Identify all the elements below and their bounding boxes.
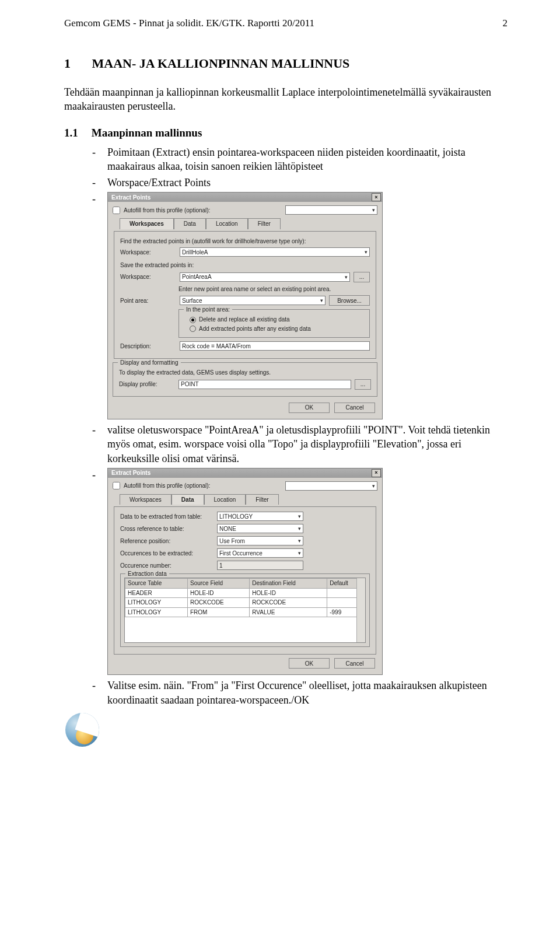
header-left: Gemcom GEMS - Pinnat ja solidit. EK/GTK.…	[64, 18, 314, 29]
radio-replace[interactable]: Delete and replace all existing data	[190, 316, 363, 324]
tab-panel-workspaces: Find the extracted points in (autofill w…	[114, 231, 376, 359]
tab-workspaces[interactable]: Workspaces	[120, 218, 174, 229]
pointarea-dropdown[interactable]: Surface	[180, 296, 326, 305]
workspace-dest-dropdown[interactable]: PointAreaA	[180, 272, 350, 282]
close-icon[interactable]: ×	[372, 193, 381, 201]
display-profile-field[interactable]: POINT	[178, 380, 351, 389]
list-item: Extract Points × Autofill from this prof…	[92, 468, 508, 676]
page-header: Gemcom GEMS - Pinnat ja solidit. EK/GTK.…	[64, 18, 508, 29]
occurrence-num-label: Occurence number:	[120, 562, 214, 570]
autofill-profile-dropdown[interactable]	[285, 205, 377, 215]
dialog-titlebar: Extract Points ×	[108, 193, 382, 202]
gtk-logo-icon	[64, 712, 100, 748]
save-note: Save the extracted points in:	[120, 261, 370, 270]
display-profile-more-button[interactable]: ...	[355, 379, 371, 390]
table-cell: RVALUE	[250, 607, 327, 617]
table-cell: FROM	[187, 607, 249, 617]
tab-data[interactable]: Data	[172, 494, 204, 505]
tab-location[interactable]: Location	[204, 494, 246, 505]
display-note: To display the extracted data, GEMS uses…	[119, 369, 371, 377]
list-item: Poimitaan (Extract) ensin pointarea-work…	[92, 145, 508, 174]
table-cell: HOLE-ID	[250, 588, 327, 598]
tab-filter[interactable]: Filter	[246, 494, 278, 505]
browse-button[interactable]: Browse...	[329, 295, 370, 306]
xref-label: Cross reference to table:	[120, 525, 214, 533]
table-cell: HEADER	[125, 588, 188, 598]
occurrences-label: Occurences to be extracted:	[120, 550, 214, 558]
list-item: Worspace/Extract Points	[92, 176, 508, 190]
tab-panel-data: Data to be extracted from table: LITHOLO…	[114, 506, 376, 655]
ok-button[interactable]: OK	[289, 403, 330, 413]
list-item: Extract Points × Autofill from this prof…	[92, 192, 508, 419]
workspace-source-dropdown[interactable]: DrillHoleA	[180, 247, 370, 257]
tab-workspaces[interactable]: Workspaces	[120, 494, 172, 505]
dialog-title: Extract Points	[111, 194, 150, 202]
section-heading: 1 MAAN- JA KALLIONPINNAN MALLINNUS	[64, 56, 508, 71]
dialog-tabs: Workspaces Data Location Filter	[120, 218, 377, 229]
list-item: valitse oletusworspace "PointAreaA" ja o…	[92, 423, 508, 466]
xref-dropdown[interactable]: NONE	[217, 524, 303, 533]
extraction-group-label: Extraction data	[125, 570, 169, 578]
table-cell: HOLE-ID	[187, 588, 249, 598]
table-cell: LITHOLOGY	[125, 598, 188, 608]
scrollbar[interactable]	[356, 578, 365, 642]
workspace-label: Workspace:	[120, 273, 176, 281]
table-cell: ROCKCODE	[187, 598, 249, 608]
autofill-profile-dropdown[interactable]	[285, 481, 377, 491]
col-source-table: Source Table	[125, 579, 188, 589]
autofill-checkbox[interactable]	[113, 207, 120, 214]
description-label: Description:	[120, 342, 176, 351]
section-title-text: MAAN- JA KALLIONPINNAN MALLINNUS	[92, 56, 350, 71]
autofill-checkbox[interactable]	[113, 482, 120, 489]
occurrences-dropdown[interactable]: First Occurrence	[217, 548, 303, 558]
bullet-list-1: Poimitaan (Extract) ensin pointarea-work…	[92, 145, 508, 707]
subsection-number: 1.1	[64, 127, 89, 139]
radio-label: Delete and replace all existing data	[199, 316, 290, 324]
section-number: 1	[64, 56, 89, 71]
close-icon[interactable]: ×	[372, 469, 381, 477]
subsection-title: Maanpinnan mallinnus	[92, 127, 202, 139]
data-table-dropdown[interactable]: LITHOLOGY	[217, 512, 303, 521]
col-dest-field: Destination Field	[250, 579, 327, 589]
display-profile-label: Display profile:	[119, 380, 175, 389]
find-note: Find the extracted points in (autofill w…	[120, 237, 370, 246]
dialog-titlebar: Extract Points ×	[108, 468, 382, 478]
ok-button[interactable]: OK	[289, 658, 330, 669]
page-number: 2	[503, 18, 508, 29]
table-row[interactable]: LITHOLOGYFROMRVALUE-999	[125, 607, 365, 617]
extract-points-dialog-1: Extract Points × Autofill from this prof…	[107, 192, 383, 419]
refpos-label: Reference position:	[120, 537, 214, 545]
col-source-field: Source Field	[187, 579, 249, 589]
list-item: Valitse esim. näin. "From" ja "First Occ…	[92, 678, 508, 707]
tab-data[interactable]: Data	[174, 218, 206, 229]
pointarea-group-label: In the point area:	[184, 306, 232, 314]
cancel-button[interactable]: Cancel	[334, 403, 375, 413]
autofill-label: Autofill from this profile (optional):	[124, 482, 210, 490]
dialog-tabs: Workspaces Data Location Filter	[120, 494, 377, 505]
section-intro: Tehdään maanpinnan ja kalliopinnan korke…	[64, 85, 508, 114]
radio-append[interactable]: Add extracted points after any existing …	[190, 325, 363, 333]
occurrence-num-field: 1	[217, 561, 303, 570]
table-cell: ROCKCODE	[250, 598, 327, 608]
table-row[interactable]: HEADERHOLE-IDHOLE-ID	[125, 588, 365, 598]
description-field[interactable]: Rock code = MAATA/From	[180, 341, 370, 351]
tab-location[interactable]: Location	[206, 218, 248, 229]
cancel-button[interactable]: Cancel	[334, 658, 375, 669]
refpos-dropdown[interactable]: Use From	[217, 536, 303, 545]
data-table-label: Data to be extracted from table:	[120, 513, 214, 521]
extract-points-dialog-2: Extract Points × Autofill from this prof…	[107, 468, 383, 676]
tab-filter[interactable]: Filter	[248, 218, 281, 229]
autofill-label: Autofill from this profile (optional):	[124, 207, 210, 215]
table-cell: LITHOLOGY	[125, 607, 188, 617]
workspace-label: Workspace:	[120, 249, 176, 257]
dialog-title: Extract Points	[111, 469, 150, 477]
display-group-label: Display and formatting	[118, 359, 181, 367]
table-row[interactable]: LITHOLOGYROCKCODEROCKCODE	[125, 598, 365, 608]
extraction-table[interactable]: Source Table Source Field Destination Fi…	[125, 578, 365, 617]
enter-name-note: Enter new point area name or select an e…	[178, 285, 370, 293]
pointarea-label: Point area:	[120, 297, 176, 305]
radio-label: Add extracted points after any existing …	[199, 325, 311, 333]
extraction-table-wrap: Source Table Source Field Destination Fi…	[124, 578, 366, 643]
workspace-more-button[interactable]: ...	[354, 272, 370, 282]
subsection-heading: 1.1 Maanpinnan mallinnus	[64, 127, 508, 139]
